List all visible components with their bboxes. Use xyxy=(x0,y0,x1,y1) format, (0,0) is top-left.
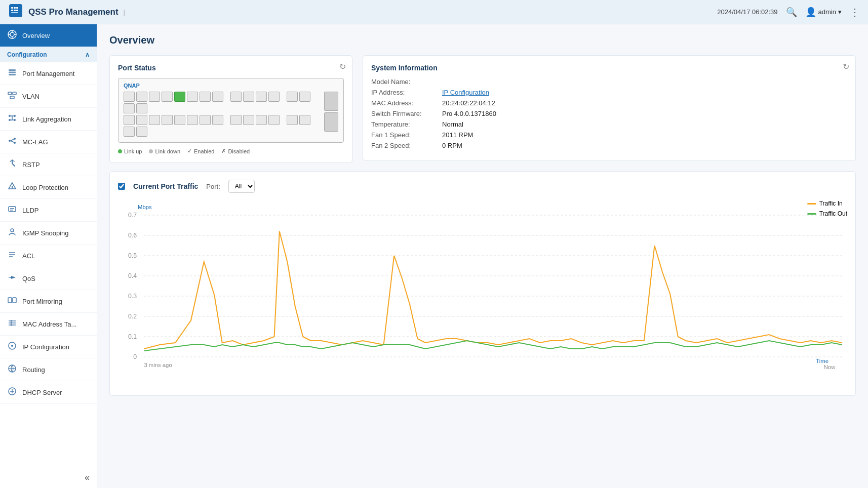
sidebar-item-acl[interactable]: ACL xyxy=(0,245,97,267)
port-12[interactable] xyxy=(268,92,280,102)
ip-configuration-link[interactable]: IP Configuration xyxy=(442,89,489,96)
sidebar-item-port-management[interactable]: Port Management xyxy=(0,62,97,85)
traffic-in-line xyxy=(807,203,816,205)
sidebar-item-loop-protection[interactable]: Loop Protection xyxy=(0,176,97,199)
disabled-x-icon: ✗ xyxy=(221,148,226,154)
sidebar-item-qos[interactable]: QoS xyxy=(0,267,97,290)
port-11[interactable] xyxy=(256,92,267,102)
svg-rect-6 xyxy=(16,10,18,11)
sidebar-item-mc-lag[interactable]: MC-LAG xyxy=(0,131,97,153)
port-23[interactable] xyxy=(200,115,211,125)
sidebar-item-port-mirroring-label: Port Mirroring xyxy=(22,298,62,305)
port-16[interactable] xyxy=(136,103,147,113)
search-icon[interactable]: 🔍 xyxy=(786,7,797,18)
sidebar-item-ip-configuration[interactable]: IP Configuration xyxy=(0,336,97,358)
fan1-row: Fan 1 Speed: 2011 RPM xyxy=(371,131,847,139)
port-24[interactable] xyxy=(212,115,223,125)
port-7[interactable] xyxy=(200,92,211,102)
sidebar-item-mc-lag-label: MC-LAG xyxy=(22,138,48,146)
app-header: QSS Pro Management | 2024/04/17 06:02:39… xyxy=(0,0,868,24)
svg-point-28 xyxy=(14,138,16,140)
port-10[interactable] xyxy=(243,92,254,102)
svg-rect-17 xyxy=(8,92,12,95)
sidebar-item-dhcp-server[interactable]: DHCP Server xyxy=(0,381,97,404)
port-14[interactable] xyxy=(299,92,310,102)
port-30[interactable] xyxy=(299,115,310,125)
config-label: Configuration xyxy=(7,51,47,58)
port-28[interactable] xyxy=(268,115,280,125)
header-datetime: 2024/04/17 06:02:39 xyxy=(717,8,777,16)
svg-rect-4 xyxy=(11,10,13,11)
loop-protection-icon xyxy=(7,182,17,193)
sidebar-item-port-mirroring[interactable]: Port Mirroring xyxy=(0,290,97,313)
port-18[interactable] xyxy=(136,115,147,125)
traffic-header: Current Port Traffic Port: All xyxy=(118,180,847,193)
port-20[interactable] xyxy=(162,115,173,125)
port-29[interactable] xyxy=(287,115,298,125)
sidebar-item-mac-address-table[interactable]: MAC Address Ta... xyxy=(0,313,97,336)
port-select[interactable]: All xyxy=(228,180,255,193)
svg-point-29 xyxy=(14,142,16,144)
enabled-label: Enabled xyxy=(194,148,214,154)
sidebar-item-routing[interactable]: Routing xyxy=(0,358,97,381)
user-avatar-icon: 👤 xyxy=(805,7,816,18)
username-label: admin xyxy=(818,8,836,16)
port-8[interactable] xyxy=(212,92,223,102)
sfp-1[interactable] xyxy=(324,92,338,111)
sidebar-item-lldp[interactable]: LLDP xyxy=(0,199,97,222)
sfp-2[interactable] xyxy=(324,112,338,132)
link-up-label: Link up xyxy=(124,148,142,154)
system-info-refresh-button[interactable]: ↻ xyxy=(843,62,849,71)
user-menu[interactable]: 👤 admin ▾ xyxy=(805,7,842,18)
port-32[interactable] xyxy=(136,127,147,137)
port-19[interactable] xyxy=(149,115,160,125)
header-separator: | xyxy=(124,8,125,16)
port-management-icon xyxy=(7,68,17,79)
svg-point-9 xyxy=(10,32,14,36)
mac-address-value: 20:24:02:22:04:12 xyxy=(442,99,495,107)
traffic-out-line xyxy=(807,213,816,215)
disabled-label: Disabled xyxy=(228,148,250,154)
port-31[interactable] xyxy=(124,127,135,137)
port-26[interactable] xyxy=(243,115,254,125)
svg-line-31 xyxy=(11,141,14,142)
sidebar-config-header[interactable]: Configuration ∧ xyxy=(0,47,97,62)
port-3[interactable] xyxy=(149,92,160,102)
hamburger-menu-icon[interactable]: ⋮ xyxy=(850,6,860,18)
vlan-icon xyxy=(7,91,17,102)
system-info-title: System Information xyxy=(371,64,847,72)
port-1[interactable] xyxy=(124,92,135,102)
port-2[interactable] xyxy=(136,92,147,102)
fan1-label: Fan 1 Speed: xyxy=(371,131,442,139)
port-9[interactable] xyxy=(230,92,242,102)
port-4[interactable] xyxy=(162,92,173,102)
sidebar-item-vlan-label: VLAN xyxy=(22,93,40,100)
sidebar-item-link-aggregation[interactable]: Link Aggregation xyxy=(0,108,97,131)
svg-point-21 xyxy=(14,115,16,117)
port-13[interactable] xyxy=(287,92,298,102)
sidebar-item-igmp-snooping[interactable]: IGMP Snooping xyxy=(0,222,97,245)
port-6[interactable] xyxy=(187,92,198,102)
port-21[interactable] xyxy=(174,115,185,125)
svg-rect-16 xyxy=(9,74,16,75)
sidebar-collapse-button[interactable]: « xyxy=(0,467,97,488)
firmware-row: Switch Firmware: Pro 4.0.0.1371860 xyxy=(371,110,847,117)
port-25[interactable] xyxy=(230,115,242,125)
model-name-label: Model Name: xyxy=(371,78,442,86)
chart-legend: Traffic In Traffic Out xyxy=(807,200,847,217)
port-15[interactable] xyxy=(124,103,135,113)
sidebar-item-rstp[interactable]: RSTP xyxy=(0,153,97,176)
port-status-title: Port Status xyxy=(118,64,344,72)
traffic-checkbox[interactable] xyxy=(118,183,125,190)
header-left: QSS Pro Management | xyxy=(8,3,125,21)
port-17[interactable] xyxy=(124,115,135,125)
sidebar-item-port-management-label: Port Management xyxy=(22,70,74,77)
port-27[interactable] xyxy=(256,115,267,125)
routing-icon xyxy=(7,364,17,375)
sidebar-item-vlan[interactable]: VLAN xyxy=(0,85,97,108)
port-5[interactable] xyxy=(174,92,185,102)
port-brand-label: QNAP xyxy=(124,83,338,89)
port-22[interactable] xyxy=(187,115,198,125)
port-status-refresh-button[interactable]: ↻ xyxy=(339,62,346,71)
sidebar-item-overview[interactable]: Overview xyxy=(0,24,97,47)
